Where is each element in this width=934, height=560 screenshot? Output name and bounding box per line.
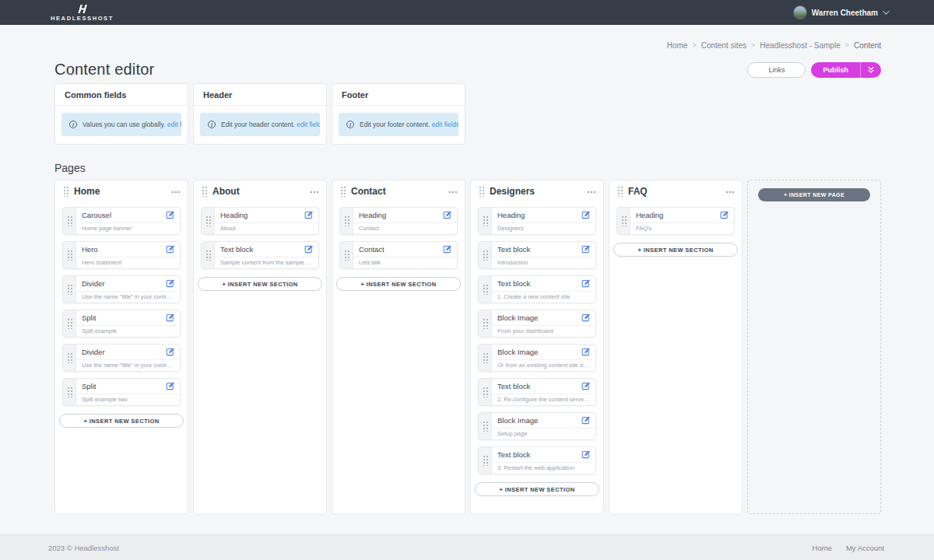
edit-icon[interactable] [581, 382, 590, 390]
section-card[interactable]: Contact Lets talk [339, 241, 458, 269]
breadcrumb-item[interactable]: Home [667, 41, 688, 50]
section-drag-handle[interactable] [63, 208, 76, 234]
section-drag-handle[interactable] [479, 447, 492, 474]
section-card[interactable]: Text block 3. Restart the web applicatio… [478, 446, 596, 474]
edit-icon[interactable] [581, 245, 590, 254]
section-card[interactable]: Divider Use the name "title" in your con… [62, 344, 181, 372]
section-drag-handle[interactable] [479, 208, 492, 234]
drag-handle-icon[interactable] [63, 186, 68, 197]
section-card[interactable]: Divider Use the name "title" in your con… [62, 275, 181, 303]
edit-icon[interactable] [581, 313, 590, 322]
user-menu[interactable]: Warren Cheetham [793, 5, 887, 19]
edit-icon[interactable] [166, 382, 174, 390]
section-drag-handle[interactable] [63, 379, 76, 405]
edit-fields-link[interactable]: edit fields [167, 121, 181, 128]
drag-dots-icon [621, 215, 627, 226]
edit-fields-link[interactable]: edit fields [432, 121, 458, 128]
breadcrumb-item[interactable]: Content sites [701, 41, 746, 50]
breadcrumb: Home>Content sites>Headlesshost - Sample… [54, 40, 881, 50]
edit-icon[interactable] [166, 211, 174, 219]
section-card[interactable]: Heading Contact [339, 207, 458, 235]
edit-icon[interactable] [166, 348, 174, 356]
edit-icon[interactable] [581, 211, 590, 219]
section-drag-handle[interactable] [202, 242, 215, 268]
header-card: Header i Edit your header content. edit … [193, 83, 327, 145]
drag-dots-icon [483, 352, 488, 363]
edit-icon[interactable] [443, 245, 451, 254]
breadcrumb-item[interactable]: Content [854, 41, 881, 50]
section-drag-handle[interactable] [479, 413, 492, 439]
footer-link-my-account[interactable]: My Account [846, 544, 884, 552]
common-fields-card: Common fields i Values you can use globa… [54, 83, 188, 145]
section-drag-handle[interactable] [63, 345, 76, 371]
section-card[interactable]: Split Split example two [62, 378, 181, 406]
section-list: Heading About Text block [194, 202, 326, 291]
edit-icon[interactable] [581, 348, 590, 356]
links-button[interactable]: Links [747, 62, 806, 78]
section-card[interactable]: Heading About [201, 207, 319, 235]
breadcrumb-item[interactable]: Headlesshost - Sample [760, 41, 840, 50]
insert-new-section-button[interactable]: + INSERT NEW SECTION [613, 243, 738, 257]
section-type: Carousel [82, 211, 111, 219]
edit-fields-link[interactable]: edit fields [297, 121, 320, 128]
section-card[interactable]: Text block Sample content from the sampl… [201, 241, 319, 269]
edit-icon[interactable] [304, 211, 313, 219]
section-card[interactable]: Carousel Home page banner [62, 207, 181, 235]
section-drag-handle[interactable] [63, 276, 76, 303]
section-card[interactable]: Text block Introduction [478, 241, 596, 269]
section-drag-handle[interactable] [479, 276, 492, 303]
insert-new-section-button[interactable]: + INSERT NEW SECTION [59, 414, 184, 428]
section-card[interactable]: Block Image Or from an existing content … [478, 344, 596, 372]
section-drag-handle[interactable] [479, 345, 492, 371]
section-card[interactable]: Text block 1. Create a new content site [478, 275, 596, 303]
section-card[interactable]: Heading Designers [478, 207, 596, 235]
edit-icon[interactable] [304, 245, 313, 254]
drag-handle-icon[interactable] [340, 186, 346, 197]
edit-icon[interactable] [581, 416, 590, 425]
section-drag-handle[interactable] [479, 310, 492, 337]
insert-new-page-button[interactable]: + INSERT NEW PAGE [758, 188, 870, 201]
edit-icon[interactable] [720, 211, 729, 219]
column-menu-icon[interactable] [587, 191, 595, 193]
section-drag-handle[interactable] [617, 208, 630, 234]
insert-new-section-button[interactable]: + INSERT NEW SECTION [475, 482, 599, 496]
section-drag-handle[interactable] [63, 242, 76, 268]
edit-icon[interactable] [443, 211, 451, 219]
section-card[interactable]: Block Image Setup page [478, 412, 596, 440]
section-card[interactable]: Split Split example [62, 310, 181, 338]
insert-new-section-button[interactable]: + INSERT NEW SECTION [336, 277, 461, 291]
section-summary: Split example two [76, 394, 180, 405]
section-drag-handle[interactable] [479, 379, 492, 405]
drag-handle-icon[interactable] [617, 186, 623, 197]
section-card[interactable]: Block Image From your dashboard [478, 310, 596, 338]
publish-button[interactable]: Publish [811, 62, 881, 78]
column-menu-icon[interactable] [448, 191, 457, 193]
section-drag-handle[interactable] [479, 242, 492, 268]
drag-handle-icon[interactable] [479, 186, 484, 197]
footer-link-home[interactable]: Home [813, 544, 832, 552]
edit-icon[interactable] [581, 279, 590, 288]
insert-new-section-button[interactable]: + INSERT NEW SECTION [198, 277, 322, 291]
edit-icon[interactable] [166, 279, 174, 288]
section-drag-handle[interactable] [63, 310, 76, 337]
section-drag-handle[interactable] [202, 208, 215, 234]
edit-icon[interactable] [166, 313, 174, 322]
section-card[interactable]: Hero Hero statement [62, 241, 181, 269]
section-card[interactable]: Heading FAQ's [616, 207, 735, 235]
double-chevron-down-icon[interactable] [861, 66, 881, 74]
page-column-title: Contact [351, 186, 443, 197]
breadcrumb-separator: > [751, 41, 755, 49]
drag-handle-icon[interactable] [202, 186, 207, 197]
column-menu-icon[interactable] [725, 191, 734, 193]
section-drag-handle[interactable] [340, 242, 353, 268]
column-menu-icon[interactable] [171, 191, 180, 193]
section-list: Heading FAQ's + INSERT NEW SECTION [609, 202, 742, 257]
main-content: Home>Content sites>Headlesshost - Sample… [54, 25, 881, 534]
edit-icon[interactable] [166, 245, 174, 254]
section-card[interactable]: Text block 2. Re-configure the content s… [478, 378, 596, 406]
section-drag-handle[interactable] [340, 208, 353, 234]
column-menu-icon[interactable] [310, 191, 318, 193]
info-alert: i Values you can use globally. edit fiel… [61, 113, 181, 136]
brand-logo[interactable]: HEADLESSHOST [51, 4, 114, 22]
edit-icon[interactable] [581, 450, 590, 459]
